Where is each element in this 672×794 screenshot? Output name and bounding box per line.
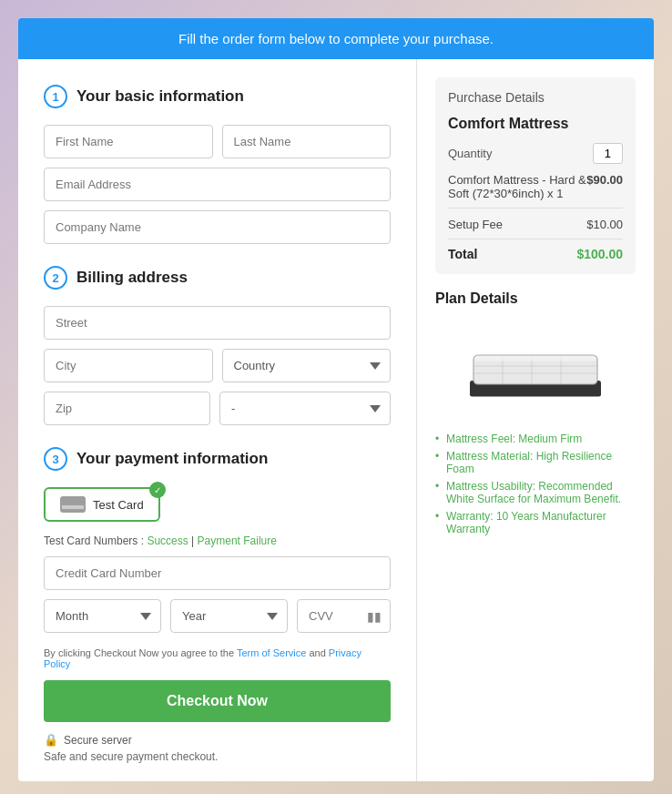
card-label: Test Card (93, 498, 144, 512)
total-label: Total (448, 247, 477, 261)
product-name: Comfort Mattress (448, 116, 623, 132)
qty-value: 1 (593, 143, 623, 164)
terms-text: By clicking Checkout Now you agree to th… (44, 647, 391, 669)
success-link[interactable]: Success (147, 534, 188, 547)
purchase-details-box: Purchase Details Comfort Mattress Quanti… (435, 77, 636, 274)
payment-header: 3 Your payment information (44, 447, 391, 471)
card-icon (60, 496, 86, 513)
plan-details-section: Plan Details (435, 290, 636, 535)
test-card-row: Test Card Numbers : Success | Payment Fa… (44, 534, 391, 547)
company-row (44, 210, 391, 244)
card-strip (62, 505, 84, 509)
test-card-prefix: Test Card Numbers : (44, 534, 147, 547)
terms-prefix: By clicking Checkout Now you agree to th… (44, 647, 237, 658)
mattress-svg (463, 333, 608, 406)
cc-row (44, 556, 391, 590)
zip-state-row: - (44, 392, 391, 425)
section-billing: 2 Billing address Country - (44, 266, 391, 425)
month-year-cvv-row: Month January February March April May J… (44, 599, 391, 633)
main-content: 1 Your basic information 2 Billi (18, 59, 654, 781)
email-row (44, 168, 391, 201)
basic-info-title: Your basic information (76, 87, 244, 106)
street-input[interactable] (44, 306, 391, 340)
secure-row: 🔒 Secure server (44, 733, 391, 747)
section-basic-info: 1 Your basic information (44, 85, 391, 244)
setup-fee-label: Setup Fee (448, 218, 503, 231)
section-number-2: 2 (44, 266, 67, 290)
plan-feature-item: Mattress Material: High Resilience Foam (435, 450, 636, 475)
purchase-details-title: Purchase Details (448, 90, 623, 105)
checkout-button[interactable]: Checkout Now (44, 680, 391, 722)
billing-header: 2 Billing address (44, 266, 391, 290)
plan-feature-item: Mattress Feel: Medium Firm (435, 433, 636, 445)
product-price: $90.00 (586, 173, 623, 187)
payment-title: Your payment information (76, 450, 268, 468)
company-input[interactable] (44, 210, 391, 244)
mattress-image (435, 320, 636, 420)
month-select[interactable]: Month January February March April May J… (44, 599, 161, 633)
qty-label: Quantity (448, 147, 492, 160)
left-panel: 1 Your basic information 2 Billi (18, 59, 417, 781)
product-desc: Comfort Mattress - Hard & Soft (72*30*6i… (448, 173, 586, 200)
product-row: Comfort Mattress - Hard & Soft (72*30*6i… (448, 173, 623, 209)
safe-text: Safe and secure payment checkout. (44, 750, 391, 763)
qty-row: Quantity 1 (448, 143, 623, 164)
card-option[interactable]: ✓ Test Card (44, 487, 160, 522)
banner-text: Fill the order form below to complete yo… (178, 31, 494, 46)
year-select[interactable]: Year 2024 2025 2026 2027 2028 (170, 599, 288, 633)
section-payment: 3 Your payment information ✓ Test Card T… (44, 447, 391, 633)
cvv-wrapper: ▮▮ (297, 599, 391, 633)
total-price: $100.00 (576, 247, 623, 261)
cvv-card-icon: ▮▮ (367, 609, 382, 624)
cc-input[interactable] (44, 556, 391, 590)
section-number-3: 3 (44, 447, 67, 471)
separator: | (188, 534, 198, 547)
card-option-wrapper: ✓ Test Card (44, 487, 391, 534)
lock-icon: 🔒 (44, 733, 58, 747)
svg-rect-7 (473, 355, 597, 361)
email-input[interactable] (44, 168, 391, 201)
first-name-input[interactable] (44, 125, 213, 158)
plan-feature-item: Warranty: 10 Years Manufacturer Warranty (435, 510, 636, 535)
zip-input[interactable] (44, 392, 210, 425)
setup-fee-price: $10.00 (586, 218, 623, 231)
plan-details-title: Plan Details (435, 290, 636, 307)
country-select[interactable]: Country (222, 349, 392, 382)
page-wrapper: Fill the order form below to complete yo… (18, 18, 654, 781)
plan-feature-item: Mattress Usability: Recommended White Su… (435, 480, 636, 505)
city-country-row: Country (44, 349, 391, 382)
secure-label: Secure server (64, 734, 132, 747)
billing-title: Billing address (76, 269, 188, 287)
name-row (44, 125, 391, 158)
right-panel: Purchase Details Comfort Mattress Quanti… (417, 59, 654, 781)
card-check-icon: ✓ (149, 482, 166, 498)
fee-row: Setup Fee $10.00 (448, 218, 623, 239)
plan-features-list: Mattress Feel: Medium FirmMattress Mater… (435, 433, 636, 535)
terms-and: and (306, 647, 328, 658)
top-banner: Fill the order form below to complete yo… (18, 18, 654, 59)
basic-info-header: 1 Your basic information (44, 85, 391, 108)
failure-link[interactable]: Payment Failure (198, 534, 277, 547)
state-select[interactable]: - (219, 392, 391, 425)
checkout-section: By clicking Checkout Now you agree to th… (44, 647, 391, 763)
street-row (44, 306, 391, 340)
section-number-1: 1 (44, 85, 67, 108)
total-row: Total $100.00 (448, 247, 623, 261)
terms-link[interactable]: Term of Service (237, 647, 306, 658)
last-name-input[interactable] (222, 125, 392, 158)
city-input[interactable] (44, 349, 213, 382)
